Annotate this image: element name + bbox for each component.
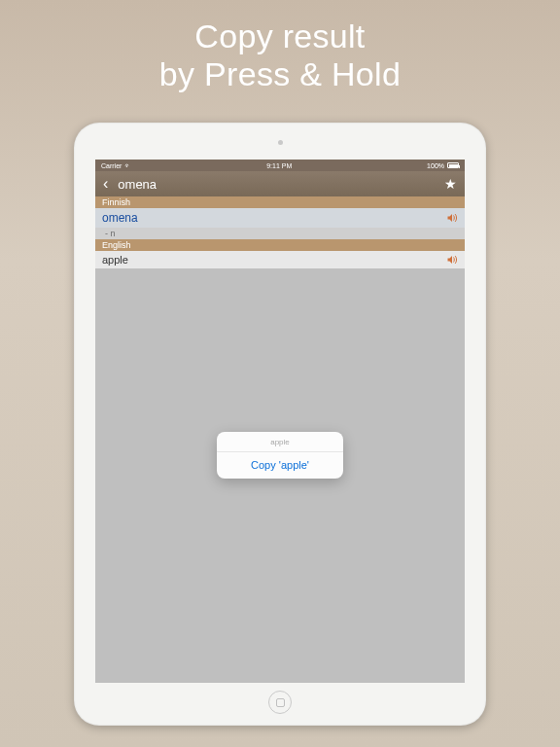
battery-icon (447, 162, 459, 168)
popup-selected-text: apple (217, 432, 343, 452)
nav-title: omena (118, 177, 444, 192)
promo-line-1: Copy result (194, 18, 365, 54)
speaker-icon[interactable] (446, 255, 458, 265)
part-of-speech: - n (95, 228, 465, 239)
home-button[interactable] (268, 691, 292, 714)
status-carrier: Carrier (101, 162, 122, 169)
ipad-frame: Carrier ᯤ 9:11 PM 100% ‹ omena ★ Finnish… (74, 123, 486, 726)
promo-line-2: by Press & Hold (159, 55, 401, 92)
ipad-screen: Carrier ᯤ 9:11 PM 100% ‹ omena ★ Finnish… (95, 160, 465, 683)
speaker-icon[interactable] (446, 213, 458, 223)
promo-title: Copy result by Press & Hold (0, 0, 560, 93)
status-battery: 100% (427, 162, 444, 169)
back-icon[interactable]: ‹ (103, 175, 108, 193)
copy-action-button[interactable]: Copy 'apple' (217, 452, 343, 479)
nav-bar: ‹ omena ★ (95, 171, 465, 196)
source-word: omena (102, 211, 138, 225)
status-time: 9:11 PM (266, 162, 292, 169)
translation-row[interactable]: apple (95, 251, 465, 268)
status-bar: Carrier ᯤ 9:11 PM 100% (95, 160, 465, 171)
translation-word: apple (102, 254, 128, 266)
section-header-finnish: Finnish (95, 196, 465, 208)
wifi-icon: ᯤ (124, 162, 131, 169)
favorite-icon[interactable]: ★ (444, 176, 457, 192)
camera-icon (278, 140, 283, 145)
source-word-row[interactable]: omena (95, 208, 465, 228)
section-header-english: English (95, 239, 465, 251)
copy-popup: apple Copy 'apple' (217, 432, 343, 479)
